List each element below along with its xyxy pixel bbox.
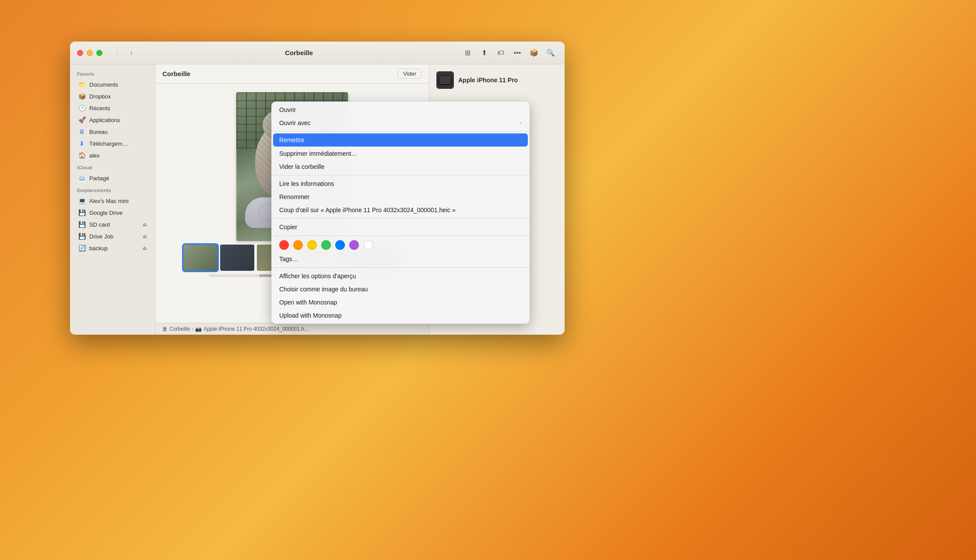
device-name: Apple iPhone 11 Pro bbox=[458, 77, 518, 84]
menu-item-ouvrir[interactable]: Ouvrir bbox=[271, 103, 530, 116]
submenu-arrow-icon: › bbox=[520, 120, 522, 126]
sd-icon: 💾 bbox=[78, 220, 86, 228]
sidebar-item-partage[interactable]: 🗂 Partagé bbox=[73, 172, 152, 184]
menu-label-lire-infos: Lire les informations bbox=[279, 180, 334, 187]
sidebar-label-telechargements: Téléchargem… bbox=[89, 140, 128, 147]
folder-icon: 📁 bbox=[78, 80, 86, 88]
sidebar-label-google-drive: Google Drive bbox=[89, 210, 123, 216]
sidebar-label-alex-mac: Alex's Mac mini bbox=[89, 198, 129, 204]
menu-label-ouvrir: Ouvrir bbox=[279, 106, 296, 113]
menu-item-image-bureau[interactable]: Choisir comme image du bureau bbox=[271, 283, 530, 296]
sidebar-section-emplacements: Emplacements bbox=[70, 184, 155, 195]
tag-blue[interactable] bbox=[335, 240, 345, 250]
search-icon[interactable]: 🔍 bbox=[544, 46, 558, 60]
desktop-icon: 🖥 bbox=[78, 128, 86, 136]
menu-item-copier[interactable]: Copier bbox=[271, 220, 530, 234]
sidebar-item-documents[interactable]: 📁 Documents bbox=[73, 79, 152, 90]
menu-label-renommer: Renommer bbox=[279, 193, 309, 200]
back-button[interactable]: ‹ bbox=[111, 47, 123, 59]
thumbnail-2[interactable] bbox=[220, 245, 254, 271]
sidebar-section-icloud: iCloud bbox=[70, 161, 155, 172]
tag-yellow[interactable] bbox=[307, 240, 317, 250]
breadcrumb-filename[interactable]: Apple iPhone 11 Pro 4032x3024_000001.h… bbox=[204, 326, 309, 332]
close-button[interactable] bbox=[77, 50, 83, 56]
context-menu: Ouvrir Ouvrir avec › Remettre Supprimer … bbox=[271, 102, 530, 324]
menu-item-coup-oeil[interactable]: Coup d'œil sur « Apple iPhone 11 Pro 403… bbox=[271, 203, 530, 217]
tag-orange[interactable] bbox=[293, 240, 303, 250]
forward-button[interactable]: › bbox=[125, 47, 137, 59]
tag-green[interactable] bbox=[321, 240, 331, 250]
sidebar-item-sd-card[interactable]: 💾 SD card ⏏ bbox=[73, 219, 152, 230]
sidebar-item-telechargements[interactable]: ⬇ Téléchargem… bbox=[73, 138, 152, 149]
dropbox-icon[interactable]: 📦 bbox=[527, 46, 541, 60]
eject-drive-job-button[interactable]: ⏏ bbox=[142, 233, 147, 239]
rocket-icon: 🚀 bbox=[78, 116, 86, 124]
more-icon[interactable]: ••• bbox=[510, 46, 524, 60]
sidebar-item-alex[interactable]: 🏠 alex bbox=[73, 150, 152, 161]
breadcrumb: 🗑 Corbeille › 📷 Apple iPhone 11 Pro 4032… bbox=[155, 323, 429, 335]
menu-label-vider-corbeille: Vider la corbeille bbox=[279, 163, 324, 170]
toolbar-icons: ⊞ ⬆ 🏷 ••• 📦 🔍 bbox=[460, 46, 558, 60]
sidebar-label-documents: Documents bbox=[89, 81, 118, 88]
sidebar-label-recents: Récents bbox=[89, 105, 110, 112]
sidebar-item-applications[interactable]: 🚀 Applications bbox=[73, 114, 152, 126]
drivejob-icon: 💾 bbox=[78, 232, 86, 240]
download-icon: ⬇ bbox=[78, 140, 86, 147]
screen-lines bbox=[439, 76, 451, 84]
share-icon[interactable]: ⬆ bbox=[477, 46, 491, 60]
minimize-button[interactable] bbox=[87, 50, 93, 56]
menu-item-apercu[interactable]: Afficher les options d'aperçu bbox=[271, 270, 530, 283]
sidebar-item-google-drive[interactable]: 💾 Google Drive bbox=[73, 207, 152, 218]
menu-label-coup-oeil: Coup d'œil sur « Apple iPhone 11 Pro 403… bbox=[279, 206, 456, 214]
thumbnail-1[interactable] bbox=[183, 245, 218, 271]
tag-none[interactable] bbox=[363, 240, 373, 250]
maximize-button[interactable] bbox=[96, 50, 102, 56]
menu-label-remettre: Remettre bbox=[279, 136, 305, 144]
computer-icon: 💻 bbox=[78, 197, 86, 205]
sidebar-label-dropbox: Dropbox bbox=[89, 93, 111, 100]
sidebar-item-dropbox[interactable]: 📦 Dropbox bbox=[73, 91, 152, 102]
menu-item-remettre[interactable]: Remettre bbox=[273, 133, 528, 147]
tag-icon[interactable]: 🏷 bbox=[494, 46, 508, 60]
menu-item-open-monosnap[interactable]: Open with Monosnap bbox=[271, 296, 530, 309]
menu-label-image-bureau: Choisir comme image du bureau bbox=[279, 286, 368, 293]
sidebar-item-backup[interactable]: 🔄 backup ⏏ bbox=[73, 242, 152, 254]
sidebar-item-bureau[interactable]: 🖥 Bureau bbox=[73, 126, 152, 137]
sidebar-label-applications: Applications bbox=[89, 117, 120, 123]
sidebar-label-backup: backup bbox=[89, 245, 108, 252]
sidebar-item-alex-mac[interactable]: 💻 Alex's Mac mini bbox=[73, 195, 152, 206]
home-icon: 🏠 bbox=[78, 151, 86, 159]
menu-item-ouvrir-avec[interactable]: Ouvrir avec › bbox=[271, 116, 530, 130]
view-toggle-icon[interactable]: ⊞ bbox=[460, 46, 474, 60]
eject-sd-button[interactable]: ⏏ bbox=[142, 221, 147, 228]
tag-red[interactable] bbox=[279, 240, 289, 250]
eject-backup-button[interactable]: ⏏ bbox=[142, 245, 147, 251]
breadcrumb-separator: › bbox=[192, 326, 193, 332]
tag-purple[interactable] bbox=[349, 240, 359, 250]
sidebar-item-drive-job[interactable]: 💾 Drive Job ⏏ bbox=[73, 231, 152, 242]
menu-label-copier: Copier bbox=[279, 224, 297, 231]
nav-buttons: ‹ › bbox=[111, 47, 137, 59]
separator-2 bbox=[271, 175, 530, 175]
drive-icon: 💾 bbox=[78, 209, 86, 217]
sidebar-item-recents[interactable]: 🕐 Récents bbox=[73, 102, 152, 114]
menu-item-vider-corbeille[interactable]: Vider la corbeille bbox=[271, 160, 530, 173]
window-title: Corbeille bbox=[137, 49, 460, 56]
vider-button[interactable]: Vider bbox=[397, 69, 422, 79]
menu-label-upload-monosnap: Upload with Monosnap bbox=[279, 312, 341, 319]
breadcrumb-corbeille[interactable]: Corbeille bbox=[169, 326, 190, 332]
menu-item-upload-monosnap[interactable]: Upload with Monosnap bbox=[271, 309, 530, 322]
menu-label-tags: Tags… bbox=[279, 256, 298, 262]
dropbox-sidebar-icon: 📦 bbox=[78, 92, 86, 100]
separator-1 bbox=[271, 131, 530, 132]
menu-item-tags[interactable]: Tags… bbox=[271, 252, 530, 266]
device-info: Apple iPhone 11 Pro bbox=[436, 71, 558, 89]
menu-item-renommer[interactable]: Renommer bbox=[271, 190, 530, 203]
sidebar-label-alex: alex bbox=[89, 152, 100, 159]
menu-item-supprimer[interactable]: Supprimer immédiatement… bbox=[271, 147, 530, 160]
device-screen bbox=[439, 75, 452, 85]
title-bar: ‹ › Corbeille ⊞ ⬆ 🏷 ••• 📦 🔍 bbox=[70, 42, 565, 64]
separator-5 bbox=[271, 267, 530, 268]
menu-item-lire-infos[interactable]: Lire les informations bbox=[271, 177, 530, 190]
backup-icon: 🔄 bbox=[78, 244, 86, 252]
